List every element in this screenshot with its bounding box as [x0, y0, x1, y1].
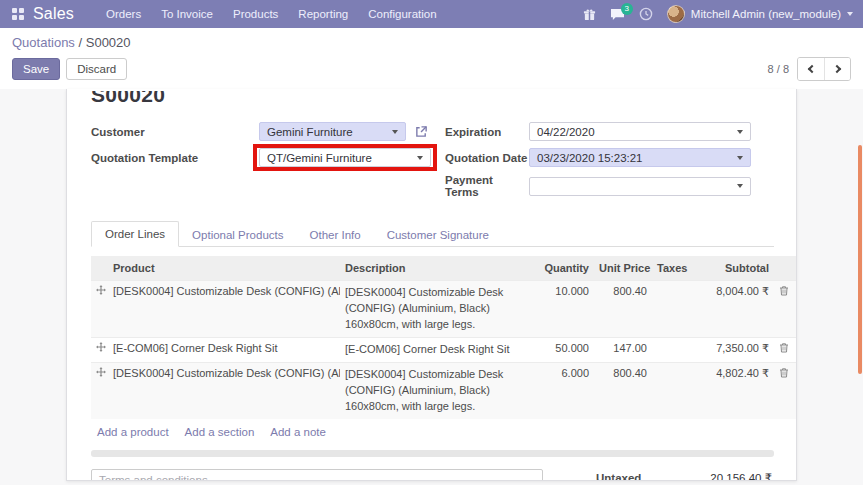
external-link-icon[interactable] — [415, 125, 428, 138]
menu-configuration[interactable]: Configuration — [368, 8, 436, 20]
quotation-template-label: Quotation Template — [91, 152, 259, 164]
expiration-value: 04/22/2020 — [537, 126, 595, 138]
main-content: S00020 Customer Gemini Furniture Quotati… — [0, 89, 863, 485]
gift-icon[interactable] — [583, 8, 596, 21]
order-line-actions: Add a product Add a section Add a note — [97, 426, 774, 438]
breadcrumb-separator: / — [79, 35, 86, 50]
customer-field[interactable]: Gemini Furniture — [259, 122, 406, 141]
table-row: [DESK0004] Customizable Desk (CONFIG) (A… — [91, 362, 797, 418]
menu-to-invoice[interactable]: To Invoice — [161, 8, 213, 20]
description-line: 160x80cm, with large legs. — [345, 399, 531, 415]
activities-clock-icon[interactable] — [639, 7, 653, 21]
expiration-label: Expiration — [445, 126, 529, 138]
pager-count: 8 / 8 — [768, 63, 789, 75]
cell-unit-price[interactable]: 800.40 — [594, 362, 652, 418]
description-line: [DESK0004] Customizable Desk (CONFIG) (A… — [345, 285, 531, 317]
chevron-left-icon — [808, 65, 816, 73]
handle-column-header — [91, 256, 108, 281]
tab-optional-products[interactable]: Optional Products — [179, 223, 296, 247]
delete-row-icon[interactable] — [779, 342, 789, 353]
tab-customer-signature[interactable]: Customer Signature — [374, 223, 502, 247]
save-button[interactable]: Save — [12, 58, 60, 80]
form-fields: Customer Gemini Furniture Quotation Temp… — [91, 122, 774, 205]
add-a-section-link[interactable]: Add a section — [185, 426, 255, 438]
messages-icon[interactable]: 3 — [610, 8, 625, 21]
cell-quantity[interactable]: 10.000 — [536, 281, 594, 338]
discard-button[interactable]: Discard — [66, 58, 127, 80]
nav-menu: Orders To Invoice Products Reporting Con… — [106, 8, 437, 20]
cell-quantity[interactable]: 6.000 — [536, 362, 594, 418]
dropdown-caret-icon — [737, 156, 743, 160]
drag-handle-icon[interactable] — [96, 342, 103, 352]
cell-unit-price[interactable]: 800.40 — [594, 281, 652, 338]
cell-description[interactable]: [DESK0004] Customizable Desk (CONFIG) (A… — [340, 281, 536, 338]
payment-terms-label: Payment Terms — [445, 174, 529, 198]
delete-row-icon[interactable] — [779, 285, 789, 296]
cell-subtotal: 8,004.00 ₹ — [696, 281, 774, 338]
control-panel: Quotations / S00020 Save Discard 8 / 8 — [0, 28, 863, 89]
trash-column-header — [774, 256, 794, 281]
cell-taxes[interactable] — [652, 362, 696, 418]
chevron-right-icon — [832, 65, 840, 73]
column-subtotal[interactable]: Subtotal — [696, 256, 774, 281]
cell-product[interactable]: [DESK0004] Customizable Desk (CONFIG) (A… — [108, 281, 340, 338]
column-product[interactable]: Product — [108, 256, 340, 281]
record-pager: 8 / 8 — [768, 57, 851, 81]
table-header-row: Product Description Quantity Unit Price … — [91, 256, 797, 281]
horizontal-scrollbar[interactable] — [91, 450, 774, 457]
cell-product[interactable]: [E-COM06] Corner Desk Right Sit — [108, 337, 340, 362]
column-unit-price[interactable]: Unit Price — [594, 256, 652, 281]
app-brand[interactable]: Sales — [33, 5, 74, 23]
top-navbar: Sales Orders To Invoice Products Reporti… — [0, 0, 863, 28]
optional-columns-icon[interactable]: ⋮ — [794, 256, 797, 281]
breadcrumb-quotations-link[interactable]: Quotations — [12, 35, 75, 50]
user-avatar — [667, 5, 685, 23]
column-description[interactable]: Description — [340, 256, 536, 281]
add-a-note-link[interactable]: Add a note — [270, 426, 326, 438]
form-sheet: S00020 Customer Gemini Furniture Quotati… — [66, 89, 797, 481]
dropdown-caret-icon — [392, 130, 398, 134]
delete-row-icon[interactable] — [779, 367, 789, 378]
apps-grid-icon[interactable] — [12, 8, 25, 21]
pager-next-button[interactable] — [824, 58, 850, 80]
menu-products[interactable]: Products — [233, 8, 278, 20]
drag-handle-icon[interactable] — [96, 367, 103, 377]
quotation-date-field[interactable]: 03/23/2020 15:23:21 — [529, 148, 751, 167]
terms-and-conditions-input[interactable] — [91, 469, 543, 481]
cell-description[interactable]: [DESK0004] Customizable Desk (CONFIG) (A… — [340, 362, 536, 418]
description-line: [E-COM06] Corner Desk Right Sit — [345, 342, 531, 358]
add-a-product-link[interactable]: Add a product — [97, 426, 169, 438]
expiration-field[interactable]: 04/22/2020 — [529, 122, 751, 141]
menu-reporting[interactable]: Reporting — [298, 8, 348, 20]
order-lines-table: Product Description Quantity Unit Price … — [91, 256, 797, 419]
cell-description[interactable]: [E-COM06] Corner Desk Right Sit — [340, 337, 536, 362]
drag-handle-icon[interactable] — [96, 285, 103, 295]
user-menu[interactable]: Mitchell Admin (new_module) — [667, 5, 853, 23]
dropdown-caret-icon — [737, 130, 743, 134]
menu-orders[interactable]: Orders — [106, 8, 141, 20]
totals-summary: Untaxed Amount: 20,156.40 ₹ Taxes: 0.00 … — [596, 469, 774, 481]
cell-unit-price[interactable]: 147.00 — [594, 337, 652, 362]
quotation-template-field[interactable]: QT/Gemini Furniture — [259, 148, 431, 167]
breadcrumb-current: S00020 — [86, 35, 131, 50]
column-taxes[interactable]: Taxes — [652, 256, 696, 281]
dropdown-caret-icon — [737, 184, 743, 188]
cell-product[interactable]: [DESK0004] Customizable Desk (CONFIG) (A… — [108, 362, 340, 418]
description-line: 160x80cm, with large legs. — [345, 317, 531, 333]
cell-quantity[interactable]: 50.000 — [536, 337, 594, 362]
untaxed-amount-value: 20,156.40 ₹ — [691, 471, 772, 481]
vertical-scroll-indicator[interactable] — [858, 145, 862, 374]
column-quantity[interactable]: Quantity — [536, 256, 594, 281]
user-name: Mitchell Admin (new_module) — [691, 8, 841, 20]
pager-previous-button[interactable] — [798, 58, 824, 80]
untaxed-amount-label: Untaxed Amount: — [596, 472, 691, 481]
tab-other-info[interactable]: Other Info — [297, 223, 374, 247]
cell-taxes[interactable] — [652, 337, 696, 362]
tab-order-lines[interactable]: Order Lines — [91, 221, 179, 247]
quotation-template-value: QT/Gemini Furniture — [267, 152, 372, 164]
description-line: [DESK0004] Customizable Desk (CONFIG) (A… — [345, 367, 531, 399]
customer-label: Customer — [91, 126, 259, 138]
cell-taxes[interactable] — [652, 281, 696, 338]
payment-terms-field[interactable] — [529, 177, 751, 196]
cell-subtotal: 4,802.40 ₹ — [696, 362, 774, 418]
